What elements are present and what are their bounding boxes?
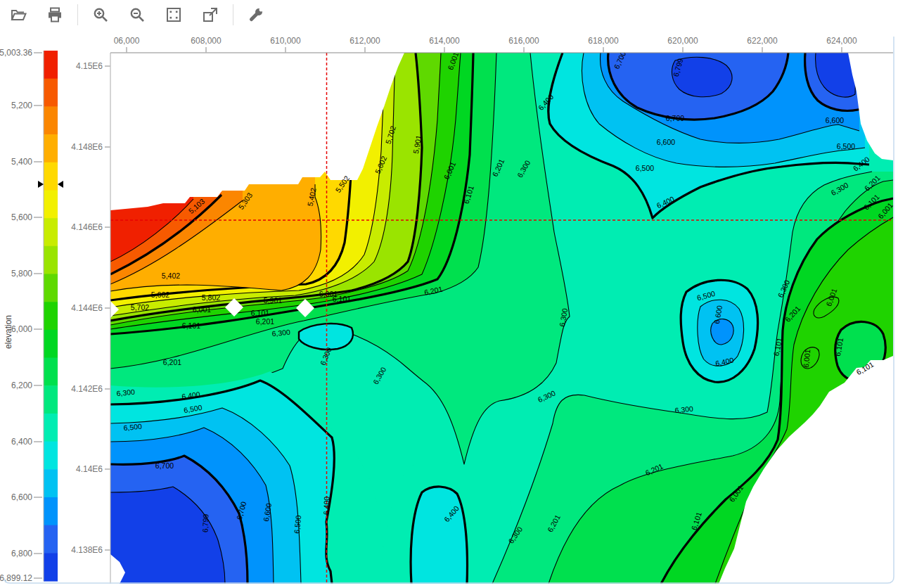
contour-label: 6,600 (826, 116, 844, 124)
colorbar-segment (44, 525, 58, 554)
colorbar-tick-label: 6,200 (11, 381, 32, 390)
contour-label: 5,402 (162, 271, 180, 280)
contour-label: 6,500 (837, 142, 855, 151)
print-button[interactable] (46, 6, 64, 24)
colorbar-segment (44, 162, 58, 191)
tools-icon (248, 6, 264, 23)
colorbar-segment (44, 246, 58, 274)
contour-label: 6,001 (802, 349, 812, 368)
export-view-icon (202, 6, 219, 23)
x-axis-tick-label: 612,000 (349, 36, 380, 46)
colorbar-segment (44, 134, 58, 162)
print-icon (46, 6, 63, 23)
y-axis-tick-label: 4.142E6 (71, 384, 103, 394)
colorbar-segment (44, 553, 58, 581)
contour-label: 5,901 (264, 296, 282, 305)
x-axis-tick-label: 616,000 (508, 36, 539, 46)
colorbar-segment (44, 302, 58, 330)
x-axis-tick-label: 610,000 (270, 36, 301, 46)
colorbar-tick-label: 6,600 (11, 492, 32, 502)
contour-label: 6,201 (256, 317, 274, 326)
app-window: 5,1035,3035,4025,5025,6025,7025,9016,001… (0, 0, 898, 588)
contour-label: 6,101 (333, 295, 351, 303)
contour-label: 6,500 (123, 422, 142, 432)
x-axis-tick-label: 608,000 (191, 36, 222, 46)
colorbar-tick-label: 5,003.36 (0, 48, 32, 58)
contour-label: 5,602 (151, 290, 169, 299)
contour-label: 5,802 (202, 293, 220, 302)
y-axis-tick-label: 4.138E6 (71, 545, 103, 555)
y-axis-tick-label: 4.14E6 (76, 464, 103, 474)
colorbar-tick-label: 5,200 (11, 101, 32, 110)
colorbar-segment (44, 218, 58, 246)
colorbar-title: elevation (4, 315, 13, 349)
colorbar-segment (44, 51, 58, 79)
zoom-in-button[interactable] (91, 6, 110, 24)
contour-label: 6,700 (666, 114, 684, 122)
colorbar-tick-label: 5,600 (11, 212, 32, 222)
contour-map-canvas[interactable]: 5,1035,3035,4025,5025,6025,7025,9016,001… (0, 0, 898, 588)
x-axis-tick-label: 622,000 (747, 36, 778, 46)
x-axis-tick-label: 620,000 (667, 36, 698, 46)
colorbar-segment (44, 414, 58, 442)
contour-label: 6,500 (293, 515, 302, 534)
colorbar-segment (44, 79, 58, 107)
colorbar-marker-right-arrow[interactable] (58, 181, 63, 188)
colorbar-segment (44, 442, 58, 470)
colorbar-tick-label: 6,000 (11, 324, 32, 334)
contour-label: 5,702 (131, 303, 149, 312)
colorbar-marker-left-arrow[interactable] (38, 181, 44, 188)
zoom-in-icon (92, 6, 109, 23)
colorbar-segment (44, 358, 58, 386)
colorbar-segment (44, 274, 58, 302)
contour-label: 6,101 (182, 321, 200, 330)
contour-label: 6,300 (271, 328, 290, 338)
colorbar-tick-label: 6,400 (11, 437, 32, 447)
contour-label: 6,201 (163, 358, 181, 366)
colorbar-segment (44, 497, 58, 525)
tools-button[interactable] (247, 6, 265, 24)
open-folder-icon (10, 6, 27, 23)
contour-label: 6,700 (155, 461, 174, 470)
y-axis-tick-label: 4.144E6 (71, 303, 103, 313)
toolbar (0, 0, 898, 30)
zoom-extents-button[interactable] (165, 6, 183, 24)
contour-label: 6,500 (636, 164, 654, 172)
y-axis-tick-label: 4.15E6 (76, 61, 103, 71)
contour-label: 6,101 (251, 309, 269, 317)
colorbar-segment (44, 330, 58, 358)
colorbar-segment (44, 190, 58, 218)
contour-label: 6,799 (201, 513, 210, 532)
contour-label: 6,001 (193, 305, 211, 314)
x-axis-tick-label: 618,000 (588, 36, 619, 46)
x-axis-tick-label: 614,000 (429, 36, 460, 46)
contour-label: 6,300 (116, 388, 135, 397)
contour-label: 6,400 (322, 496, 331, 515)
y-axis-tick-label: 4.146E6 (71, 222, 103, 232)
colorbar-tick-label: 6,800 (11, 549, 32, 558)
zoom-out-icon (129, 6, 146, 23)
open-folder-button[interactable] (9, 6, 27, 24)
contour-map[interactable]: 5,1035,3035,4025,5025,6025,7025,9016,001… (102, 50, 894, 584)
toolbar-separator (233, 4, 233, 25)
contour-label: 6,600 (657, 138, 675, 146)
zoom-out-button[interactable] (128, 6, 146, 24)
zoom-extents-icon (165, 6, 182, 23)
x-axis-tick-label: 06,000 (114, 36, 140, 46)
colorbar-segment (44, 106, 58, 134)
x-axis-tick-label: 624,000 (826, 36, 857, 46)
toolbar-separator (77, 4, 78, 25)
y-axis-tick-label: 4.148E6 (71, 142, 103, 152)
colorbar-segment (44, 469, 58, 497)
colorbar-tick-label: 5,800 (11, 269, 32, 279)
export-view-button[interactable] (201, 6, 219, 24)
colorbar-segment (44, 385, 58, 414)
colorbar-tick-label: 5,400 (11, 157, 32, 167)
contour-label: 6,300 (674, 404, 693, 414)
